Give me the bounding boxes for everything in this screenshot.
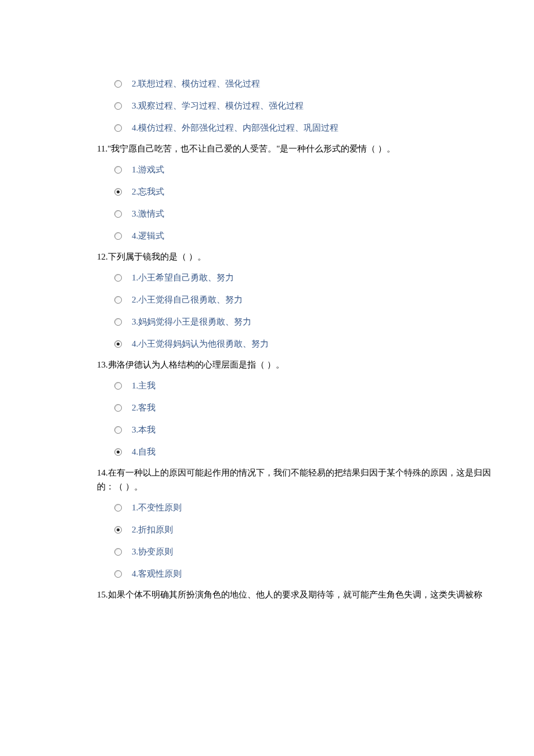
option-label: 1.主我 — [132, 379, 156, 393]
radio-icon[interactable] — [114, 296, 122, 304]
option-label: 3.本我 — [132, 423, 156, 437]
option-label: 1.不变性原则 — [132, 501, 182, 514]
stray-option-group: 2.联想过程、模仿过程、强化过程3.观察过程、学习过程、模仿过程、强化过程4.模… — [97, 75, 499, 136]
option-row[interactable]: 1.不变性原则 — [114, 499, 499, 516]
question-text-14: 14.在有一种以上的原因可能起作用的情况下，我们不能轻易的把结果归因于某个特殊的… — [97, 466, 499, 494]
quiz-content: 2.联想过程、模仿过程、强化过程3.观察过程、学习过程、模仿过程、强化过程4.模… — [0, 75, 534, 602]
option-label: 4.自我 — [132, 445, 156, 459]
question-text-11: 11."我宁愿自己吃苦，也不让自己爱的人受苦。"是一种什么形式的爱情（ ）。 — [97, 142, 499, 156]
option-group-11: 1.游戏式2.忘我式3.激情式4.逻辑式 — [97, 161, 499, 244]
option-row[interactable]: 3.观察过程、学习过程、模仿过程、强化过程 — [114, 98, 499, 114]
option-label: 3.激情式 — [132, 207, 164, 221]
option-row[interactable]: 2.忘我式 — [114, 183, 499, 200]
radio-icon[interactable] — [114, 124, 122, 132]
radio-icon[interactable] — [114, 318, 122, 326]
question-text-15: 15.如果个体不明确其所扮演角色的地位、他人的要求及期待等，就可能产生角色失调，… — [97, 588, 499, 602]
radio-icon[interactable] — [114, 340, 122, 348]
radio-icon[interactable] — [114, 504, 122, 512]
option-label: 2.客我 — [132, 401, 156, 415]
option-label: 4.客观性原则 — [132, 567, 182, 581]
question-text-12: 12.下列属于镜我的是（ ）。 — [97, 250, 499, 264]
radio-icon[interactable] — [114, 102, 122, 110]
option-row[interactable]: 4.客观性原则 — [114, 566, 499, 582]
option-row[interactable]: 3.协变原则 — [114, 543, 499, 560]
option-row[interactable]: 1.小王希望自己勇敢、努力 — [114, 269, 499, 286]
radio-icon[interactable] — [114, 448, 122, 456]
radio-icon[interactable] — [114, 548, 122, 556]
option-label: 1.游戏式 — [132, 163, 164, 177]
option-label: 3.观察过程、学习过程、模仿过程、强化过程 — [132, 99, 304, 113]
option-row[interactable]: 4.逻辑式 — [114, 228, 499, 244]
radio-icon[interactable] — [114, 188, 122, 196]
option-row[interactable]: 4.自我 — [114, 444, 499, 460]
radio-icon[interactable] — [114, 210, 122, 218]
option-label: 2.小王觉得自己很勇敢、努力 — [132, 293, 243, 307]
option-label: 2.联想过程、模仿过程、强化过程 — [132, 77, 260, 91]
option-row[interactable]: 1.主我 — [114, 377, 499, 394]
option-group-14: 1.不变性原则2.折扣原则3.协变原则4.客观性原则 — [97, 499, 499, 582]
option-label: 4.模仿过程、外部强化过程、内部强化过程、巩固过程 — [132, 121, 338, 135]
option-label: 3.协变原则 — [132, 545, 173, 559]
question-text-13: 13.弗洛伊德认为人格结构的心理层面是指（ ）。 — [97, 358, 499, 372]
radio-icon[interactable] — [114, 274, 122, 282]
radio-icon[interactable] — [114, 232, 122, 240]
option-row[interactable]: 4.模仿过程、外部强化过程、内部强化过程、巩固过程 — [114, 120, 499, 136]
option-group-12: 1.小王希望自己勇敢、努力2.小王觉得自己很勇敢、努力3.妈妈觉得小王是很勇敢、… — [97, 269, 499, 352]
option-row[interactable]: 2.联想过程、模仿过程、强化过程 — [114, 75, 499, 92]
option-row[interactable]: 1.游戏式 — [114, 161, 499, 178]
option-label: 3.妈妈觉得小王是很勇敢、努力 — [132, 315, 251, 329]
radio-icon[interactable] — [114, 80, 122, 88]
radio-icon[interactable] — [114, 404, 122, 412]
radio-icon[interactable] — [114, 166, 122, 174]
option-label: 1.小王希望自己勇敢、努力 — [132, 271, 234, 285]
option-label: 2.折扣原则 — [132, 523, 173, 537]
option-label: 4.逻辑式 — [132, 229, 164, 243]
option-row[interactable]: 4.小王觉得妈妈认为他很勇敢、努力 — [114, 336, 499, 352]
radio-icon[interactable] — [114, 426, 122, 434]
radio-icon[interactable] — [114, 570, 122, 578]
radio-icon[interactable] — [114, 526, 122, 534]
option-row[interactable]: 2.客我 — [114, 399, 499, 416]
option-row[interactable]: 3.激情式 — [114, 206, 499, 222]
option-row[interactable]: 3.本我 — [114, 422, 499, 438]
option-group-13: 1.主我2.客我3.本我4.自我 — [97, 377, 499, 460]
option-row[interactable]: 2.折扣原则 — [114, 521, 499, 538]
option-row[interactable]: 2.小王觉得自己很勇敢、努力 — [114, 291, 499, 308]
radio-icon[interactable] — [114, 382, 122, 390]
option-label: 2.忘我式 — [132, 185, 164, 199]
option-row[interactable]: 3.妈妈觉得小王是很勇敢、努力 — [114, 314, 499, 330]
option-label: 4.小王觉得妈妈认为他很勇敢、努力 — [132, 337, 269, 351]
